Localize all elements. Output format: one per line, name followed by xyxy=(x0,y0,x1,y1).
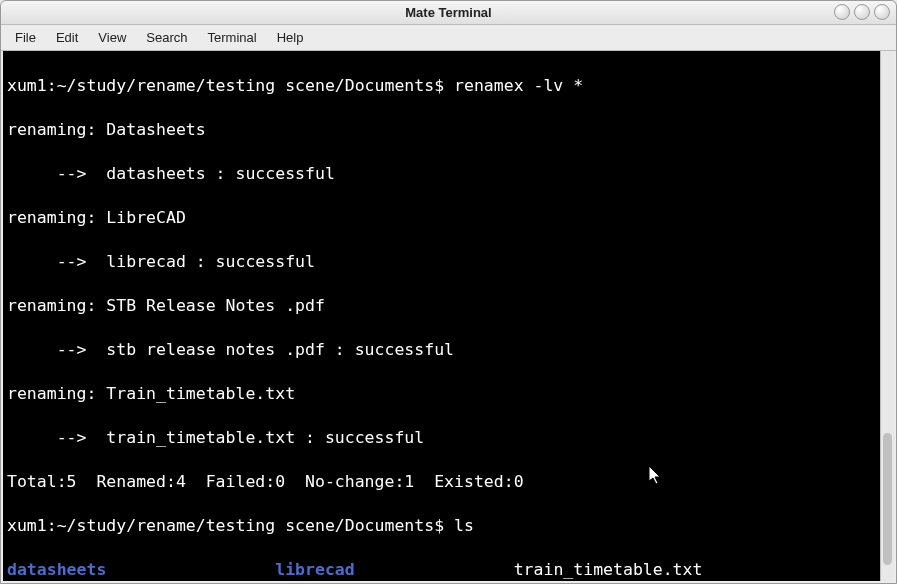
terminal-window: Mate Terminal File Edit View Search Term… xyxy=(0,0,897,584)
prompt: xum1:~/study/rename/testing scene/Docume… xyxy=(7,76,454,95)
scrollbar-thumb[interactable] xyxy=(883,433,892,566)
command-text: ls xyxy=(454,516,474,535)
output-line: --> stb release notes .pdf : successful xyxy=(7,339,890,361)
menu-edit[interactable]: Edit xyxy=(46,27,88,48)
output-line: renaming: Datasheets xyxy=(7,119,890,141)
menu-file[interactable]: File xyxy=(5,27,46,48)
menubar: File Edit View Search Terminal Help xyxy=(1,25,896,51)
window-controls xyxy=(834,4,890,20)
output-line: Total:5 Renamed:4 Failed:0 No-change:1 E… xyxy=(7,471,890,493)
output-line: renaming: LibreCAD xyxy=(7,207,890,229)
menu-view[interactable]: View xyxy=(88,27,136,48)
terminal-content[interactable]: xum1:~/study/rename/testing scene/Docume… xyxy=(3,51,894,581)
output-line: renaming: Train_timetable.txt xyxy=(7,383,890,405)
ls-directory: datasheets xyxy=(7,560,275,579)
ls-file: train_timetable.txt xyxy=(514,560,703,579)
window-title: Mate Terminal xyxy=(405,5,491,20)
output-line: renaming: STB Release Notes .pdf xyxy=(7,295,890,317)
titlebar[interactable]: Mate Terminal xyxy=(1,1,896,25)
ls-output-row: datasheets librecad train_timetable.txt xyxy=(7,559,890,581)
maximize-button[interactable] xyxy=(854,4,870,20)
prompt: xum1:~/study/rename/testing scene/Docume… xyxy=(7,516,454,535)
ls-directory: librecad xyxy=(275,560,513,579)
close-button[interactable] xyxy=(874,4,890,20)
menu-help[interactable]: Help xyxy=(267,27,314,48)
minimize-button[interactable] xyxy=(834,4,850,20)
scrollbar[interactable] xyxy=(880,51,894,581)
output-line: --> librecad : successful xyxy=(7,251,890,273)
menu-terminal[interactable]: Terminal xyxy=(198,27,267,48)
output-line: --> datasheets : successful xyxy=(7,163,890,185)
command-text: renamex -lv * xyxy=(454,76,583,95)
menu-search[interactable]: Search xyxy=(136,27,197,48)
output-line: --> train_timetable.txt : successful xyxy=(7,427,890,449)
